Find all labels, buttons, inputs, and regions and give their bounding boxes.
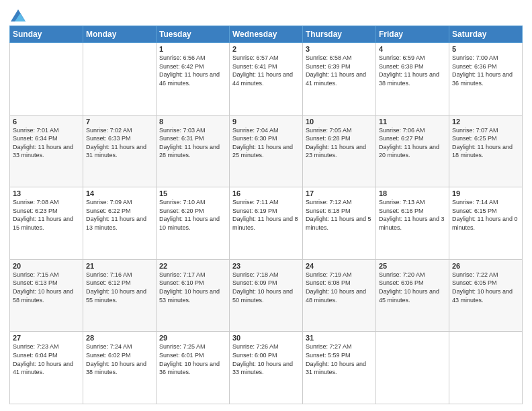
calendar-cell: 12Sunrise: 7:07 AMSunset: 6:25 PMDayligh… <box>449 115 523 187</box>
logo <box>9 9 26 21</box>
day-info: Sunrise: 7:25 AMSunset: 6:01 PMDaylight:… <box>159 342 226 376</box>
calendar-cell: 6Sunrise: 7:01 AMSunset: 6:34 PMDaylight… <box>10 115 83 187</box>
day-number: 4 <box>379 45 446 53</box>
calendar-cell: 16Sunrise: 7:11 AMSunset: 6:19 PMDayligh… <box>230 187 303 260</box>
calendar-cell: 3Sunrise: 6:58 AMSunset: 6:39 PMDaylight… <box>303 43 376 116</box>
day-number: 10 <box>306 118 373 126</box>
calendar-cell: 5Sunrise: 7:00 AMSunset: 6:36 PMDaylight… <box>449 43 523 116</box>
day-number: 28 <box>86 334 153 342</box>
day-number: 13 <box>13 189 80 197</box>
weekday-header-friday: Friday <box>376 26 449 43</box>
calendar-cell: 17Sunrise: 7:12 AMSunset: 6:18 PMDayligh… <box>303 187 376 260</box>
day-number: 24 <box>306 262 373 270</box>
day-info: Sunrise: 7:06 AMSunset: 6:27 PMDaylight:… <box>379 126 446 160</box>
day-number: 21 <box>86 262 153 270</box>
day-number: 19 <box>452 189 519 197</box>
calendar-cell: 11Sunrise: 7:06 AMSunset: 6:27 PMDayligh… <box>376 115 449 187</box>
day-number: 9 <box>232 118 300 126</box>
calendar-cell: 27Sunrise: 7:23 AMSunset: 6:04 PMDayligh… <box>10 332 83 404</box>
calendar-header: SundayMondayTuesdayWednesdayThursdayFrid… <box>10 26 523 43</box>
calendar-cell: 2Sunrise: 6:57 AMSunset: 6:41 PMDaylight… <box>230 43 303 116</box>
day-number: 6 <box>13 118 80 126</box>
day-info: Sunrise: 7:01 AMSunset: 6:34 PMDaylight:… <box>13 126 80 160</box>
day-info: Sunrise: 7:00 AMSunset: 6:36 PMDaylight:… <box>452 54 519 87</box>
day-info: Sunrise: 7:23 AMSunset: 6:04 PMDaylight:… <box>13 342 80 376</box>
day-info: Sunrise: 7:02 AMSunset: 6:33 PMDaylight:… <box>86 126 153 160</box>
weekday-header-wednesday: Wednesday <box>230 26 303 43</box>
day-info: Sunrise: 7:17 AMSunset: 6:10 PMDaylight:… <box>159 271 226 304</box>
calendar-cell: 29Sunrise: 7:25 AMSunset: 6:01 PMDayligh… <box>157 332 230 404</box>
calendar-cell: 19Sunrise: 7:14 AMSunset: 6:15 PMDayligh… <box>449 187 523 260</box>
day-number: 29 <box>159 334 226 342</box>
day-info: Sunrise: 7:10 AMSunset: 6:20 PMDaylight:… <box>159 198 226 232</box>
calendar-cell <box>449 332 523 404</box>
calendar-cell: 23Sunrise: 7:18 AMSunset: 6:09 PMDayligh… <box>230 259 303 332</box>
day-info: Sunrise: 6:56 AMSunset: 6:42 PMDaylight:… <box>159 54 226 87</box>
calendar-cell: 31Sunrise: 7:27 AMSunset: 5:59 PMDayligh… <box>303 332 376 404</box>
day-info: Sunrise: 7:22 AMSunset: 6:05 PMDaylight:… <box>452 271 519 304</box>
calendar-cell: 26Sunrise: 7:22 AMSunset: 6:05 PMDayligh… <box>449 259 523 332</box>
day-number: 20 <box>13 262 80 270</box>
calendar-cell: 25Sunrise: 7:20 AMSunset: 6:06 PMDayligh… <box>376 259 449 332</box>
calendar-cell: 9Sunrise: 7:04 AMSunset: 6:30 PMDaylight… <box>230 115 303 187</box>
day-number: 16 <box>232 189 300 197</box>
calendar-cell: 8Sunrise: 7:03 AMSunset: 6:31 PMDaylight… <box>157 115 230 187</box>
day-number: 15 <box>159 189 226 197</box>
day-number: 5 <box>452 45 519 53</box>
day-number: 3 <box>306 45 373 53</box>
day-number: 22 <box>159 262 226 270</box>
day-number: 27 <box>13 334 80 342</box>
calendar-cell: 1Sunrise: 6:56 AMSunset: 6:42 PMDaylight… <box>157 43 230 116</box>
day-info: Sunrise: 7:18 AMSunset: 6:09 PMDaylight:… <box>232 271 300 304</box>
day-info: Sunrise: 7:24 AMSunset: 6:02 PMDaylight:… <box>86 342 153 376</box>
calendar-cell: 14Sunrise: 7:09 AMSunset: 6:22 PMDayligh… <box>83 187 157 260</box>
calendar-cell: 18Sunrise: 7:13 AMSunset: 6:16 PMDayligh… <box>376 187 449 260</box>
calendar-cell <box>376 332 449 404</box>
day-number: 8 <box>159 118 226 126</box>
day-info: Sunrise: 7:03 AMSunset: 6:31 PMDaylight:… <box>159 126 226 160</box>
day-number: 26 <box>452 262 519 270</box>
day-info: Sunrise: 7:15 AMSunset: 6:13 PMDaylight:… <box>13 271 80 304</box>
day-number: 25 <box>379 262 446 270</box>
day-info: Sunrise: 7:13 AMSunset: 6:16 PMDaylight:… <box>379 198 446 232</box>
day-info: Sunrise: 7:19 AMSunset: 6:08 PMDaylight:… <box>306 271 373 304</box>
calendar-cell: 30Sunrise: 7:26 AMSunset: 6:00 PMDayligh… <box>230 332 303 404</box>
day-number: 1 <box>159 45 226 53</box>
page: SundayMondayTuesdayWednesdayThursdayFrid… <box>0 0 532 411</box>
weekday-header-thursday: Thursday <box>303 26 376 43</box>
calendar-cell <box>10 43 83 116</box>
calendar-cell: 4Sunrise: 6:59 AMSunset: 6:38 PMDaylight… <box>376 43 449 116</box>
weekday-header-sunday: Sunday <box>10 26 83 43</box>
calendar-week-3: 13Sunrise: 7:08 AMSunset: 6:23 PMDayligh… <box>10 187 523 260</box>
calendar-cell <box>83 43 157 116</box>
day-info: Sunrise: 7:04 AMSunset: 6:30 PMDaylight:… <box>232 126 300 160</box>
calendar-cell: 7Sunrise: 7:02 AMSunset: 6:33 PMDaylight… <box>83 115 157 187</box>
day-number: 23 <box>232 262 300 270</box>
calendar-cell: 22Sunrise: 7:17 AMSunset: 6:10 PMDayligh… <box>157 259 230 332</box>
calendar-table: SundayMondayTuesdayWednesdayThursdayFrid… <box>9 26 523 404</box>
day-info: Sunrise: 6:59 AMSunset: 6:38 PMDaylight:… <box>379 54 446 87</box>
day-number: 17 <box>306 189 373 197</box>
day-number: 12 <box>452 118 519 126</box>
weekday-header-row: SundayMondayTuesdayWednesdayThursdayFrid… <box>10 26 523 43</box>
day-info: Sunrise: 7:07 AMSunset: 6:25 PMDaylight:… <box>452 126 519 160</box>
day-info: Sunrise: 7:09 AMSunset: 6:22 PMDaylight:… <box>86 198 153 232</box>
calendar-cell: 21Sunrise: 7:16 AMSunset: 6:12 PMDayligh… <box>83 259 157 332</box>
day-number: 18 <box>379 189 446 197</box>
calendar-week-4: 20Sunrise: 7:15 AMSunset: 6:13 PMDayligh… <box>10 259 523 332</box>
calendar-body: 1Sunrise: 6:56 AMSunset: 6:42 PMDaylight… <box>10 43 523 404</box>
day-info: Sunrise: 7:14 AMSunset: 6:15 PMDaylight:… <box>452 198 519 232</box>
day-number: 2 <box>232 45 300 53</box>
day-info: Sunrise: 7:27 AMSunset: 5:59 PMDaylight:… <box>306 342 373 376</box>
day-info: Sunrise: 7:08 AMSunset: 6:23 PMDaylight:… <box>13 198 80 232</box>
calendar-cell: 10Sunrise: 7:05 AMSunset: 6:28 PMDayligh… <box>303 115 376 187</box>
day-info: Sunrise: 7:16 AMSunset: 6:12 PMDaylight:… <box>86 271 153 304</box>
day-number: 11 <box>379 118 446 126</box>
calendar-week-2: 6Sunrise: 7:01 AMSunset: 6:34 PMDaylight… <box>10 115 523 187</box>
calendar-cell: 28Sunrise: 7:24 AMSunset: 6:02 PMDayligh… <box>83 332 157 404</box>
day-info: Sunrise: 7:26 AMSunset: 6:00 PMDaylight:… <box>232 342 300 376</box>
day-number: 30 <box>232 334 300 342</box>
day-info: Sunrise: 7:12 AMSunset: 6:18 PMDaylight:… <box>306 198 373 232</box>
day-info: Sunrise: 6:57 AMSunset: 6:41 PMDaylight:… <box>232 54 300 87</box>
calendar-cell: 15Sunrise: 7:10 AMSunset: 6:20 PMDayligh… <box>157 187 230 260</box>
